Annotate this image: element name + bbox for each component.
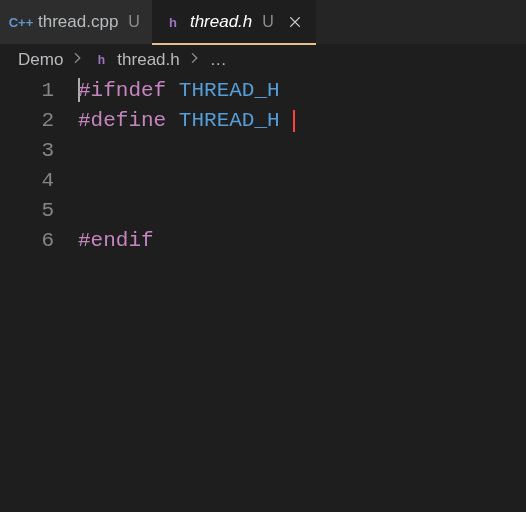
line-number: 2 xyxy=(0,106,54,136)
line-number: 5 xyxy=(0,196,54,226)
directive: #ifndef xyxy=(78,79,166,102)
chevron-right-icon xyxy=(71,50,85,70)
breadcrumb[interactable]: Demo h thread.h … xyxy=(0,44,526,76)
code-line xyxy=(78,196,526,226)
breadcrumb-file[interactable]: thread.h xyxy=(117,50,179,70)
line-number: 1 xyxy=(0,76,54,106)
tab-label: thread.cpp xyxy=(38,12,118,32)
code-line: #ifndef THREAD_H xyxy=(78,76,526,106)
code-line xyxy=(78,166,526,196)
scm-status: U xyxy=(262,13,274,31)
code-line xyxy=(78,136,526,166)
chevron-right-icon xyxy=(188,50,202,70)
tab-label: thread.h xyxy=(190,12,252,32)
line-number: 4 xyxy=(0,166,54,196)
code-line: #define THREAD_H xyxy=(78,106,526,136)
line-number-gutter: 1 2 3 4 5 6 xyxy=(0,76,78,512)
cpp-file-icon: C++ xyxy=(12,13,30,31)
tab-thread-h[interactable]: h thread.h U xyxy=(152,0,316,44)
tab-bar: C++ thread.cpp U h thread.h U xyxy=(0,0,526,44)
line-number: 3 xyxy=(0,136,54,166)
scm-status: U xyxy=(128,13,140,31)
directive: #endif xyxy=(78,229,154,252)
macro-name: THREAD_H xyxy=(179,109,280,132)
h-file-icon: h xyxy=(164,13,182,31)
breadcrumb-symbol[interactable]: … xyxy=(210,50,227,70)
code-editor[interactable]: 1 2 3 4 5 6 #ifndef THREAD_H #define THR… xyxy=(0,76,526,512)
code-line: #endif xyxy=(78,226,526,256)
tab-thread-cpp[interactable]: C++ thread.cpp U xyxy=(0,0,152,44)
macro-name: THREAD_H xyxy=(179,79,280,102)
breadcrumb-root[interactable]: Demo xyxy=(18,50,63,70)
line-number: 6 xyxy=(0,226,54,256)
secondary-cursor-icon xyxy=(293,110,295,132)
code-content[interactable]: #ifndef THREAD_H #define THREAD_H #endif xyxy=(78,76,526,512)
close-icon[interactable] xyxy=(286,13,304,31)
h-file-icon: h xyxy=(93,52,109,68)
directive: #define xyxy=(78,109,166,132)
